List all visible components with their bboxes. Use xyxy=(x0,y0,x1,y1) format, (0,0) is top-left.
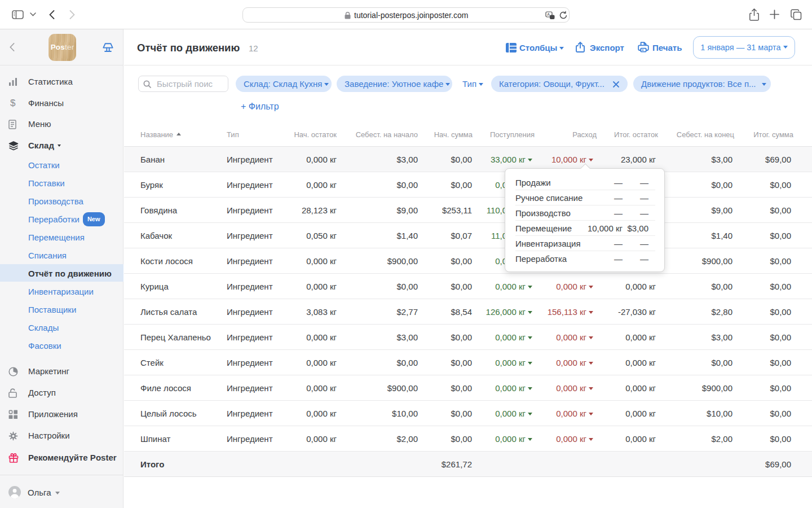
svg-text:A: A xyxy=(547,12,550,16)
